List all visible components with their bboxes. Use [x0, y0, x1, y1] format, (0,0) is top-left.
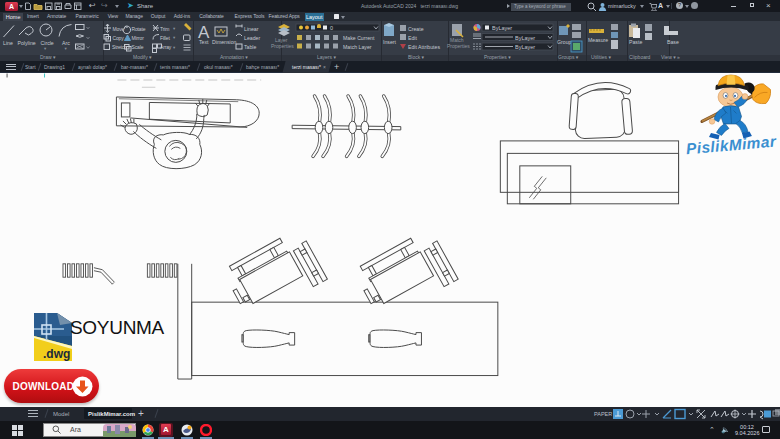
- svg-text:Stretch: Stretch: [112, 44, 127, 50]
- svg-text:Properties: Properties: [447, 43, 470, 49]
- svg-text:▾: ▾: [65, 46, 68, 51]
- svg-text:Array: Array: [160, 44, 172, 50]
- svg-text:Dimension: Dimension: [212, 39, 237, 45]
- svg-text:Edit Attributes: Edit Attributes: [408, 44, 440, 50]
- svg-text:ByLayer: ByLayer: [515, 35, 535, 41]
- svg-text:Group: Group: [557, 39, 572, 45]
- svg-text:ByLayer: ByLayer: [515, 44, 535, 50]
- svg-text:Rotate: Rotate: [132, 26, 146, 32]
- svg-text:Insert: Insert: [383, 39, 397, 45]
- svg-text:▾: ▾: [173, 26, 176, 31]
- svg-text:0: 0: [330, 25, 333, 31]
- svg-text:.dwg: .dwg: [43, 347, 70, 361]
- svg-text:Circle: Circle: [41, 40, 54, 46]
- svg-text:Table: Table: [244, 44, 257, 50]
- svg-text:Polyline: Polyline: [18, 40, 36, 46]
- svg-text:Line: Line: [3, 40, 13, 46]
- svg-text:Measure: Measure: [588, 37, 608, 43]
- svg-text:Create: Create: [408, 26, 424, 32]
- svg-text:Match Layer: Match Layer: [343, 44, 372, 50]
- svg-text:Scale: Scale: [132, 44, 144, 50]
- svg-text:Arc: Arc: [62, 40, 70, 46]
- svg-text:Text: Text: [199, 39, 209, 45]
- svg-text:Edit: Edit: [408, 35, 417, 41]
- svg-text:Trim: Trim: [160, 26, 169, 32]
- svg-text:▾: ▾: [173, 45, 176, 50]
- svg-text:▾: ▾: [44, 46, 47, 51]
- svg-text:Paste: Paste: [629, 39, 642, 45]
- svg-text:Make Current: Make Current: [343, 35, 375, 41]
- svg-text:ByLayer: ByLayer: [492, 25, 512, 31]
- svg-text:Fillet: Fillet: [160, 35, 170, 41]
- svg-text:Leader: Leader: [244, 35, 260, 41]
- svg-text:▾: ▾: [173, 35, 176, 40]
- svg-text:Base: Base: [667, 39, 679, 45]
- svg-text:Move: Move: [113, 26, 125, 32]
- svg-text:Linear: Linear: [244, 26, 259, 32]
- svg-text:PislikMimar: PislikMimar: [685, 132, 777, 157]
- svg-text:Copy: Copy: [113, 35, 125, 41]
- svg-text:Mirror: Mirror: [132, 35, 145, 41]
- svg-text:Properties: Properties: [271, 43, 294, 49]
